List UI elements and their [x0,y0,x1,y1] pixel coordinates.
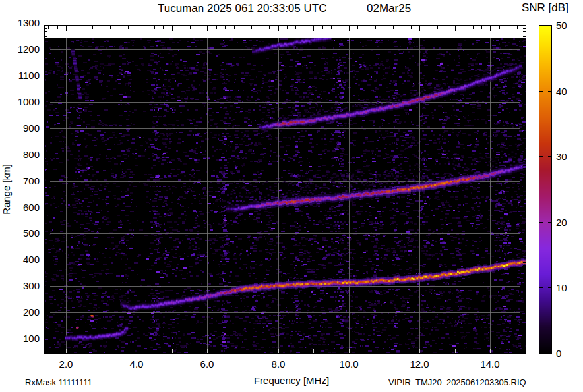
y-tick-label: 500 [4,227,40,238]
ionogram-panel: Tucuman 2025 061 20:33:05 UTC 02Mar25 SN… [0,0,583,392]
y-tick-label: 1100 [4,70,40,81]
colorbar-tick-label: 0 [556,348,561,359]
x-tick-label: 2.0 [51,358,80,370]
colorbar-tick-label: 10 [556,282,567,293]
colorbar-canvas [539,25,552,354]
filename-text: VIPIR TMJ20_2025061203305.RIQ [388,378,526,387]
y-tick-label: 1200 [4,43,40,55]
plot-title: Tucuman 2025 061 20:33:05 UTC [158,2,326,15]
y-tick-label: 700 [4,175,40,186]
x-tick-label: 8.0 [264,358,293,370]
colorbar-tick-label: 40 [556,86,567,97]
plot-date: 02Mar25 [367,2,411,15]
colorbar-tick-label: 30 [556,151,567,162]
y-tick-label: 100 [4,333,40,344]
y-tick-label: 900 [4,123,40,134]
y-tick-label: 200 [4,306,40,318]
x-tick-label: 6.0 [193,358,222,370]
colorbar-tick-label: 50 [556,20,567,31]
y-tick-label: 300 [4,280,40,291]
x-axis-label: Frequency [MHz] [226,375,357,386]
x-tick-label: 14.0 [476,358,505,370]
y-tick-label: 1000 [4,96,40,107]
y-tick-label: 600 [4,202,40,213]
x-tick-label: 12.0 [405,358,434,370]
colorbar-tick-label: 20 [556,217,567,228]
colorbar-title: SNR [dB] [522,1,568,14]
x-tick-label: 10.0 [334,358,363,370]
rxmask-text: RxMask 11111111 [25,378,92,387]
y-tick-label: 1300 [4,17,40,28]
x-tick-label: 4.0 [122,358,151,370]
y-tick-label: 800 [4,149,40,160]
ionogram-heatmap-canvas [44,25,526,354]
y-tick-label: 400 [4,254,40,265]
